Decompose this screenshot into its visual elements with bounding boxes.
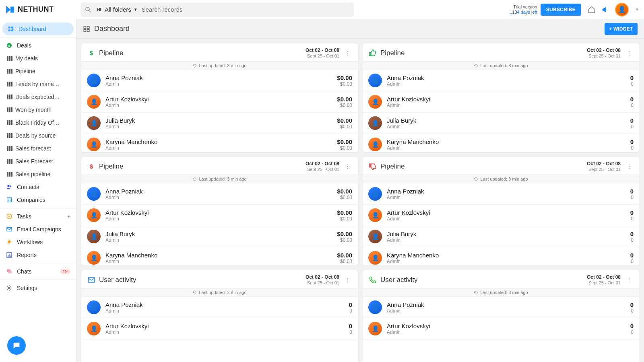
- svg-point-15: [7, 214, 12, 219]
- widget-dates: Oct 02 - Oct 08Sept 25 - Oct 01: [587, 161, 621, 172]
- widget-row[interactable]: 👤Karyna ManchenkoAdmin$0.00$0.00: [81, 247, 358, 265]
- widget-row[interactable]: 👤Anna PozniakAdmin00: [81, 297, 358, 318]
- widget-row[interactable]: 👤Julia BurykAdmin$0.00$0.00: [81, 226, 358, 247]
- add-widget-button[interactable]: + WIDGET: [605, 23, 638, 35]
- avatar: 👤: [87, 208, 101, 222]
- widget-more-icon[interactable]: ⋮: [343, 275, 352, 285]
- widget-row[interactable]: 👤Anna PozniakAdmin00: [363, 297, 639, 318]
- avatar: 👤: [87, 74, 101, 87]
- widget-row[interactable]: 👤Anna PozniakAdmin$0.00$0.00: [81, 183, 358, 205]
- widget-dates: Oct 02 - Oct 08Sept 25 - Oct 01: [305, 47, 339, 59]
- svg-point-8: [7, 185, 9, 187]
- widget-row[interactable]: 👤Artur KozlovskyiAdmin$0.00$0.00: [81, 205, 358, 226]
- user-role: Admin: [105, 81, 143, 87]
- value-primary: 0: [630, 323, 634, 329]
- search-bar[interactable]: All folders ▼: [80, 2, 354, 17]
- widget-row[interactable]: 👤Julia BurykAdmin00: [363, 113, 639, 134]
- subscribe-button[interactable]: SUBSCRIBE: [541, 4, 581, 16]
- sidebar-item-deals[interactable]: $ Deals: [0, 39, 76, 52]
- value-primary: $0.00: [337, 252, 352, 259]
- user-role: Admin: [105, 124, 135, 130]
- sidebar-item-deals-sub[interactable]: Black Friday Of…: [0, 116, 76, 129]
- widget-updated: Last updated: 3 min ago: [81, 61, 358, 70]
- widget-row[interactable]: 👤Artur KozlovskyiAdmin00: [363, 91, 639, 113]
- user-role: Admin: [387, 216, 430, 222]
- widget-row[interactable]: 👤Karyna ManchenkoAdmin00: [363, 247, 639, 265]
- widget-updated: Last updated: 3 min ago: [363, 61, 639, 70]
- user-menu-caret[interactable]: ▼: [635, 7, 639, 12]
- widget-row[interactable]: 👤Anna PozniakAdmin00: [363, 183, 639, 205]
- search-input[interactable]: [142, 6, 350, 13]
- sidebar-item-email[interactable]: Email Campaigns: [0, 223, 76, 236]
- widget-more-icon[interactable]: ⋮: [625, 275, 634, 285]
- refresh-icon: [474, 64, 478, 68]
- sidebar-item-deals-sub[interactable]: Sales Forecast: [0, 155, 76, 168]
- value-secondary: 0: [630, 329, 634, 335]
- sidebar-item-chats[interactable]: Chats 19: [0, 265, 76, 278]
- value-secondary: 0: [349, 329, 352, 335]
- sidebar-item-deals-sub[interactable]: Sales pipeline: [0, 168, 76, 181]
- widget-row[interactable]: 👤Artur KozlovskyiAdmin00: [363, 318, 639, 339]
- add-task-icon[interactable]: +: [67, 213, 70, 220]
- user-avatar[interactable]: 👤: [615, 3, 629, 16]
- sidebar-item-workflows[interactable]: Workflows: [0, 236, 76, 249]
- user-name: Artur Kozlovskyi: [387, 96, 430, 103]
- sidebar-item-settings[interactable]: Settings: [0, 282, 76, 294]
- value-secondary: $0.00: [337, 145, 352, 151]
- sidebar-item-contacts[interactable]: Contacts: [0, 181, 76, 193]
- svg-rect-11: [8, 199, 9, 200]
- sidebar-item-tasks[interactable]: Tasks +: [0, 210, 76, 223]
- widget-row[interactable]: 👤Artur KozlovskyiAdmin00: [363, 205, 639, 226]
- user-role: Admin: [105, 216, 149, 222]
- chat-fab[interactable]: [7, 336, 26, 355]
- user-role: Admin: [387, 259, 439, 264]
- widget-row[interactable]: 👤Anna PozniakAdmin$0.00$0.00: [81, 70, 358, 91]
- sidebar-item-companies[interactable]: Companies: [0, 193, 76, 206]
- widget-more-icon[interactable]: ⋮: [343, 48, 352, 58]
- widget-row[interactable]: 👤Julia BurykAdmin00: [363, 226, 639, 247]
- dashboard-icon: [83, 25, 90, 33]
- dollar-icon: $: [87, 162, 96, 171]
- folder-icon: [96, 6, 102, 13]
- value-primary: 0: [630, 117, 634, 124]
- widget-row[interactable]: 👤Anna PozniakAdmin00: [363, 70, 639, 91]
- sidebar-item-dashboard[interactable]: Dashboard: [2, 23, 74, 35]
- trial-status: Trial version 1104 days left: [510, 4, 537, 15]
- avatar: 👤: [368, 251, 382, 265]
- value-primary: $0.00: [337, 138, 352, 145]
- refresh-icon: [192, 290, 197, 295]
- folder-picker[interactable]: All folders ▼: [96, 6, 138, 13]
- sidebar-item-deals-sub[interactable]: Pipeline: [0, 65, 76, 78]
- user-name: Anna Pozniak: [105, 74, 143, 81]
- sidebar-item-deals-sub[interactable]: My deals: [0, 52, 76, 65]
- avatar: 👤: [368, 322, 382, 335]
- value-primary: 0: [630, 188, 634, 195]
- widget-more-icon[interactable]: ⋮: [625, 48, 634, 58]
- sidebar-item-deals-sub[interactable]: Sales forecast: [0, 142, 76, 155]
- widget-row[interactable]: 👤Julia BurykAdmin$0.00$0.00: [81, 113, 358, 134]
- sidebar-item-deals-sub[interactable]: Won by month: [0, 103, 76, 116]
- widget-row[interactable]: 👤Artur KozlovskyiAdmin00: [81, 318, 358, 339]
- value-primary: 0: [630, 230, 634, 237]
- widget-more-icon[interactable]: ⋮: [625, 162, 634, 171]
- user-role: Admin: [387, 329, 430, 335]
- home-icon[interactable]: [588, 6, 596, 14]
- avatar: 👤: [87, 116, 101, 130]
- svg-rect-25: [87, 26, 89, 28]
- sidebar-item-reports[interactable]: Reports: [0, 249, 76, 261]
- svg-line-1: [89, 10, 91, 12]
- value-secondary: 0: [630, 216, 634, 222]
- sidebar-item-deals-sub[interactable]: Deals by source: [0, 129, 76, 142]
- svg-rect-20: [10, 255, 10, 257]
- widget-row[interactable]: 👤Karyna ManchenkoAdmin$0.00$0.00: [81, 134, 358, 152]
- avatar: 👤: [368, 95, 382, 109]
- widget-row[interactable]: 👤Karyna ManchenkoAdmin00: [363, 134, 639, 152]
- refresh-icon: [474, 177, 478, 181]
- sidebar-item-deals-sub[interactable]: Deals expected…: [0, 90, 76, 103]
- user-role: Admin: [105, 103, 149, 108]
- widget-row[interactable]: 👤Artur KozlovskyiAdmin$0.00$0.00: [81, 91, 358, 113]
- widget-more-icon[interactable]: ⋮: [343, 162, 352, 171]
- sidebar-item-deals-sub[interactable]: Leads by mana…: [0, 78, 76, 90]
- megaphone-icon[interactable]: [601, 6, 609, 14]
- svg-rect-19: [9, 254, 9, 257]
